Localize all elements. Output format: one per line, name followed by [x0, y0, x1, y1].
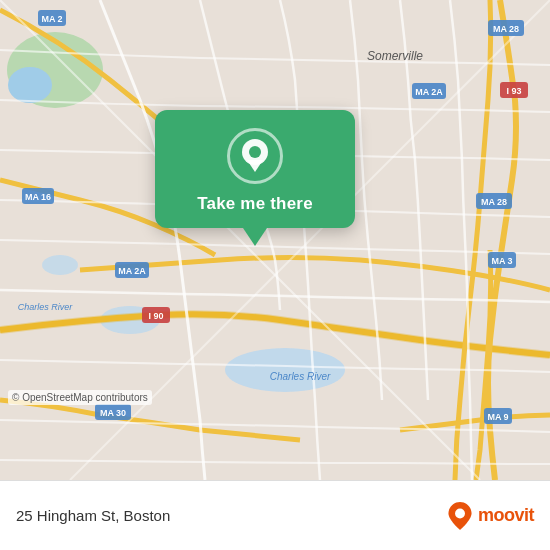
popup-label: Take me there: [197, 194, 313, 214]
moovit-pin-icon: [446, 502, 474, 530]
svg-marker-33: [247, 160, 263, 172]
svg-text:Charles River: Charles River: [18, 302, 74, 312]
svg-point-32: [249, 146, 261, 158]
svg-point-4: [225, 348, 345, 392]
map-svg: MA 2 MA 16 MA 2A MA 2A MA 28 I 93 MA 28 …: [0, 0, 550, 480]
location-icon-wrap: [227, 128, 283, 184]
bottom-bar: 25 Hingham St, Boston moovit: [0, 480, 550, 550]
moovit-logo: moovit: [446, 502, 534, 530]
svg-point-34: [455, 508, 465, 518]
svg-text:MA 30: MA 30: [100, 408, 126, 418]
svg-text:I 93: I 93: [506, 86, 521, 96]
svg-text:Charles River: Charles River: [270, 371, 331, 382]
svg-point-5: [42, 255, 78, 275]
moovit-text: moovit: [478, 505, 534, 526]
svg-text:Somerville: Somerville: [367, 49, 423, 63]
svg-text:I 90: I 90: [148, 311, 163, 321]
location-pin-icon: [240, 138, 270, 174]
svg-text:MA 28: MA 28: [481, 197, 507, 207]
svg-text:MA 9: MA 9: [487, 412, 508, 422]
attribution-text: © OpenStreetMap contributors: [8, 390, 152, 405]
popup-card[interactable]: Take me there: [155, 110, 355, 228]
svg-text:MA 2A: MA 2A: [415, 87, 443, 97]
svg-text:MA 3: MA 3: [491, 256, 512, 266]
svg-text:MA 28: MA 28: [493, 24, 519, 34]
address-text: 25 Hingham St, Boston: [16, 507, 170, 524]
map-container: MA 2 MA 16 MA 2A MA 2A MA 28 I 93 MA 28 …: [0, 0, 550, 480]
svg-point-2: [8, 67, 52, 103]
svg-text:MA 2A: MA 2A: [118, 266, 146, 276]
svg-text:MA 2: MA 2: [41, 14, 62, 24]
svg-text:MA 16: MA 16: [25, 192, 51, 202]
